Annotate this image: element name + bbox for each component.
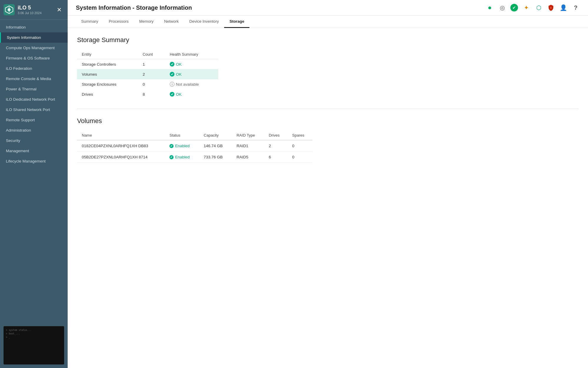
shield-red-icon[interactable]: ! <box>547 4 555 12</box>
sidebar-item-power-thermal[interactable]: Power & Thermal <box>0 84 68 94</box>
volume-status: ✔ Enabled <box>165 152 199 163</box>
page-content: Storage Summary Entity Count Health Summ… <box>68 28 588 368</box>
power-icon[interactable]: ✦ <box>522 4 530 12</box>
entity-cell: Drives <box>77 89 138 99</box>
sidebar-item-ilo-shared[interactable]: iLO Shared Network Port <box>0 105 68 115</box>
app-title-group: iLO 5 3.06 Jul 10 2024 <box>18 5 41 15</box>
table-row: Volumes2✔ OK <box>77 69 218 79</box>
sidebar-item-lifecycle[interactable]: Lifecycle Management <box>0 156 68 166</box>
ok-icon: ✔ <box>170 72 174 77</box>
count-cell: 0 <box>138 79 165 89</box>
sidebar-item-compute-ops[interactable]: Compute Ops Management <box>0 43 68 53</box>
section-divider <box>77 109 579 109</box>
vol-col-capacity: Capacity <box>199 131 232 140</box>
health-cell: ✔ OK <box>165 69 218 79</box>
vol-col-spares: Spares <box>287 131 312 140</box>
volume-capacity: 733.76 GB <box>199 152 232 163</box>
volume-spares: 0 <box>287 140 312 152</box>
sidebar-item-remote-console[interactable]: Remote Console & Media <box>0 74 68 84</box>
sidebar-item-administration[interactable]: Administration <box>0 125 68 135</box>
topbar-icons: ● ◎ ✔ ✦ ⬡ ! 👤 ? <box>486 4 580 12</box>
ok-icon: ✔ <box>170 92 174 97</box>
svg-point-2 <box>8 8 11 11</box>
status-check-icon[interactable]: ✔ <box>510 4 518 11</box>
main-content: System Information - Storage Information… <box>68 0 588 368</box>
count-cell: 8 <box>138 89 165 99</box>
sidebar-nav: InformationSystem InformationCompute Ops… <box>0 20 68 323</box>
storage-summary-title: Storage Summary <box>77 36 579 44</box>
volume-name: 05B2DE27PZXNL0ARHFQ1XH 8714 <box>77 152 165 163</box>
ok-icon: ✔ <box>170 62 174 67</box>
col-entity: Entity <box>77 50 138 59</box>
volume-name: 0182CE04PZXNL0ARHFQ1XH DB83 <box>77 140 165 152</box>
sidebar-item-system-information[interactable]: System Information <box>0 32 68 43</box>
sidebar-header: iLO 5 3.06 Jul 10 2024 ✕ <box>0 0 68 20</box>
volume-drives: 2 <box>264 140 288 152</box>
page-title: System Information - Storage Information <box>76 4 192 11</box>
volume-capacity: 146.74 GB <box>199 140 232 152</box>
table-row: Storage Enclosures0i Not available <box>77 79 218 89</box>
health-indicator[interactable]: ● <box>486 4 494 12</box>
table-row: Storage Controllers1✔ OK <box>77 59 218 69</box>
health-cell: i Not available <box>165 79 218 89</box>
volumes-table: Name Status Capacity RAID Type Drives Sp… <box>77 131 312 163</box>
vol-col-name: Name <box>77 131 165 140</box>
app-logo: iLO 5 3.06 Jul 10 2024 <box>4 4 41 15</box>
app-subtitle: 3.06 Jul 10 2024 <box>18 11 41 15</box>
vol-col-status: Status <box>165 131 199 140</box>
sidebar: iLO 5 3.06 Jul 10 2024 ✕ InformationSyst… <box>0 0 68 368</box>
help-icon[interactable]: ? <box>572 4 580 12</box>
tab-processors[interactable]: Processors <box>104 16 134 28</box>
storage-summary-table: Entity Count Health Summary Storage Cont… <box>77 50 218 99</box>
tab-summary[interactable]: Summary <box>76 16 104 28</box>
volumes-title: Volumes <box>77 117 579 125</box>
enabled-icon: ✔ <box>169 155 174 159</box>
tab-device-inventory[interactable]: Device Inventory <box>184 16 224 28</box>
topbar: System Information - Storage Information… <box>68 0 588 16</box>
sidebar-preview[interactable]: > system status... > boot_... > _ <box>4 326 64 364</box>
tab-bar: SummaryProcessorsMemoryNetworkDevice Inv… <box>68 16 588 28</box>
table-row: 0182CE04PZXNL0ARHFQ1XH DB83✔ Enabled146.… <box>77 140 312 152</box>
sidebar-item-ilo-federation[interactable]: iLO Federation <box>0 63 68 74</box>
sidebar-item-ilo-dedicated[interactable]: iLO Dedicated Network Port <box>0 94 68 105</box>
volume-drives: 6 <box>264 152 288 163</box>
sidebar-item-firmware[interactable]: Firmware & OS Software <box>0 53 68 63</box>
volume-raid-type: RAID5 <box>232 152 264 163</box>
vol-col-raid: RAID Type <box>232 131 264 140</box>
table-row: 05B2DE27PZXNL0ARHFQ1XH 8714✔ Enabled733.… <box>77 152 312 163</box>
sidebar-item-remote-support[interactable]: Remote Support <box>0 115 68 125</box>
health-cell: ✔ OK <box>165 89 218 99</box>
svg-text:!: ! <box>551 6 552 9</box>
entity-cell: Storage Enclosures <box>77 79 138 89</box>
tab-storage[interactable]: Storage <box>224 16 249 28</box>
sidebar-item-management[interactable]: Management <box>0 146 68 156</box>
target-icon[interactable]: ◎ <box>498 4 506 12</box>
table-row: Drives8✔ OK <box>77 89 218 99</box>
user-icon[interactable]: 👤 <box>559 4 567 12</box>
entity-cell: Storage Controllers <box>77 59 138 69</box>
vol-col-drives: Drives <box>264 131 288 140</box>
col-health: Health Summary <box>165 50 218 59</box>
tab-memory[interactable]: Memory <box>134 16 159 28</box>
volume-status: ✔ Enabled <box>165 140 199 152</box>
health-cell: ✔ OK <box>165 59 218 69</box>
app-title: iLO 5 <box>18 5 41 11</box>
sidebar-item-information[interactable]: Information <box>0 22 68 32</box>
sidebar-item-security[interactable]: Security <box>0 135 68 146</box>
col-count: Count <box>138 50 165 59</box>
info-icon: i <box>170 82 174 87</box>
entity-cell: Volumes <box>77 69 138 79</box>
tab-network[interactable]: Network <box>159 16 184 28</box>
sidebar-close-button[interactable]: ✕ <box>56 5 63 14</box>
shield-green-icon[interactable]: ⬡ <box>534 4 543 12</box>
volume-spares: 0 <box>287 152 312 163</box>
count-cell: 1 <box>138 59 165 69</box>
volume-raid-type: RAID1 <box>232 140 264 152</box>
logo-icon <box>4 4 15 15</box>
preview-screen: > system status... > boot_... > _ <box>4 326 64 364</box>
count-cell: 2 <box>138 69 165 79</box>
enabled-icon: ✔ <box>169 144 174 148</box>
